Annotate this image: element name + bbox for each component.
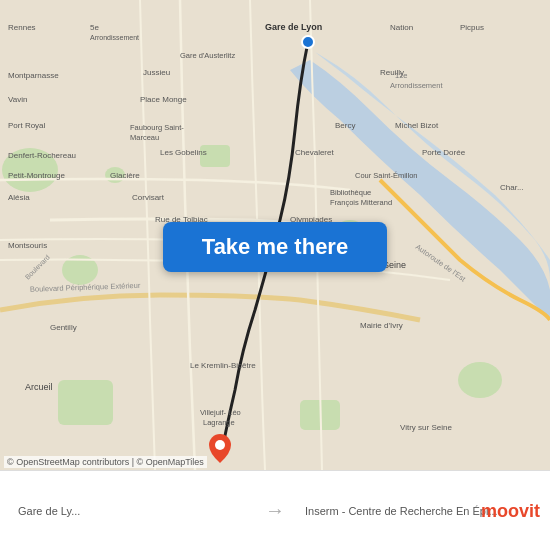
footer-arrow-icon: →: [253, 499, 297, 522]
svg-text:Gare d'Austerlitz: Gare d'Austerlitz: [180, 51, 235, 60]
svg-point-9: [302, 36, 314, 48]
svg-point-8: [458, 362, 502, 398]
map-container: Rennes 5e Arrondissement Gare de Lyon Na…: [0, 0, 550, 470]
svg-text:Mairie d'Ivry: Mairie d'Ivry: [360, 321, 403, 330]
svg-text:Jussieu: Jussieu: [143, 68, 170, 77]
svg-text:Montsouris: Montsouris: [8, 241, 47, 250]
map-attribution: © OpenStreetMap contributors | © OpenMap…: [4, 456, 207, 468]
take-me-there-button[interactable]: Take me there: [163, 222, 387, 272]
footer-origin: Gare de Ly...: [10, 505, 253, 517]
svg-text:Michel Bizot: Michel Bizot: [395, 121, 439, 130]
svg-text:Montparnasse: Montparnasse: [8, 71, 59, 80]
svg-text:Arcueil: Arcueil: [25, 382, 53, 392]
moovit-brand-text: moovit: [481, 500, 540, 521]
svg-text:Char...: Char...: [500, 183, 524, 192]
svg-text:Nation: Nation: [390, 23, 413, 32]
svg-text:Picpus: Picpus: [460, 23, 484, 32]
svg-text:Porte Dorée: Porte Dorée: [422, 148, 466, 157]
svg-text:Arrondissement: Arrondissement: [90, 34, 139, 41]
svg-text:François Mitterand: François Mitterand: [330, 198, 392, 207]
svg-text:Petit-Montrouge: Petit-Montrouge: [8, 171, 65, 180]
svg-text:Bercy: Bercy: [335, 121, 355, 130]
svg-text:Denfert-Rochereau: Denfert-Rochereau: [8, 151, 76, 160]
moovit-logo: moovit: [481, 500, 540, 521]
svg-text:Vitry sur Seine: Vitry sur Seine: [400, 423, 452, 432]
svg-text:Place Monge: Place Monge: [140, 95, 187, 104]
svg-text:Villejuif- Léo: Villejuif- Léo: [200, 408, 241, 417]
svg-text:Cour Saint-Émillon: Cour Saint-Émillon: [355, 171, 418, 180]
svg-text:Corvisart: Corvisart: [132, 193, 165, 202]
origin-label: Gare de Ly...: [18, 505, 253, 517]
svg-point-10: [215, 440, 225, 450]
svg-text:12e: 12e: [395, 71, 408, 80]
svg-text:Alésia: Alésia: [8, 193, 30, 202]
svg-text:Vavin: Vavin: [8, 95, 27, 104]
svg-text:Port Royal: Port Royal: [8, 121, 46, 130]
svg-text:Rennes: Rennes: [8, 23, 36, 32]
svg-text:Marceau: Marceau: [130, 133, 159, 142]
svg-text:Chevaleret: Chevaleret: [295, 148, 334, 157]
svg-text:Les Gobelins: Les Gobelins: [160, 148, 207, 157]
svg-text:Glacière: Glacière: [110, 171, 140, 180]
svg-text:Lagrange: Lagrange: [203, 418, 235, 427]
svg-text:Bibliothèque: Bibliothèque: [330, 188, 371, 197]
svg-text:Gentilly: Gentilly: [50, 323, 77, 332]
svg-text:Le Kremlin-Bicêtre: Le Kremlin-Bicêtre: [190, 361, 256, 370]
svg-text:Faubourg Saint-: Faubourg Saint-: [130, 123, 184, 132]
svg-text:Gare de Lyon: Gare de Lyon: [265, 22, 322, 32]
svg-text:5e: 5e: [90, 23, 99, 32]
svg-rect-3: [58, 380, 113, 425]
footer: Gare de Ly... → Inserm - Centre de Reche…: [0, 470, 550, 550]
svg-text:Arrondissement: Arrondissement: [390, 81, 443, 90]
